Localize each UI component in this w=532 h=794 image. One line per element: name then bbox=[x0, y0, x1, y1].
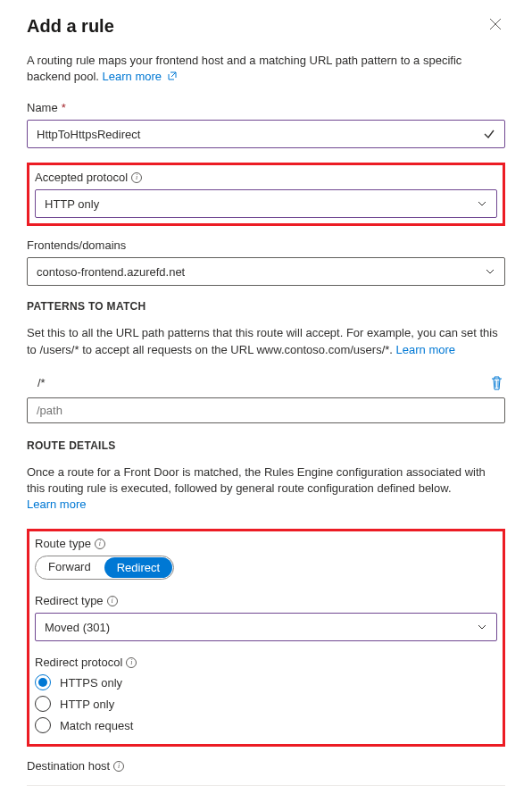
close-icon[interactable] bbox=[486, 16, 505, 35]
radio-icon bbox=[35, 696, 51, 712]
intro-learn-more-link[interactable]: Learn more bbox=[103, 70, 178, 83]
redirect-type-value: Moved (301) bbox=[45, 621, 110, 634]
route-details-section-title: Route details bbox=[27, 439, 505, 452]
route-type-label: Route type bbox=[35, 537, 91, 550]
required-indicator: * bbox=[62, 101, 66, 114]
destination-host-label: Destination host bbox=[27, 759, 110, 773]
chevron-down-icon bbox=[477, 622, 487, 632]
frontends-label: Frontends/domains bbox=[27, 238, 126, 252]
info-icon[interactable]: i bbox=[107, 596, 118, 606]
accepted-protocol-label: Accepted protocol bbox=[35, 171, 128, 184]
radio-label: HTTP only bbox=[60, 698, 114, 711]
patterns-learn-more-link[interactable]: Learn more bbox=[396, 343, 455, 356]
redirect-protocol-https-only[interactable]: HTTPS only bbox=[35, 674, 497, 690]
info-icon[interactable]: i bbox=[126, 657, 137, 668]
route-details-help-text: Once a route for a Front Door is matched… bbox=[27, 465, 486, 495]
patterns-section-title: Patterns to match bbox=[27, 300, 505, 313]
external-link-icon bbox=[165, 70, 178, 83]
info-icon[interactable]: i bbox=[95, 539, 105, 549]
frontends-value: contoso-frontend.azurefd.net bbox=[37, 265, 185, 279]
route-type-forward[interactable]: Forward bbox=[36, 556, 104, 579]
name-label: Name bbox=[27, 101, 58, 114]
checkmark-icon bbox=[483, 128, 495, 140]
pattern-input[interactable] bbox=[27, 397, 505, 423]
accepted-protocol-select[interactable]: HTTP only bbox=[35, 189, 497, 218]
frontends-select[interactable]: contoso-frontend.azurefd.net bbox=[27, 257, 505, 286]
radio-icon bbox=[35, 717, 51, 733]
pattern-item: /* bbox=[27, 376, 483, 389]
redirect-protocol-label: Redirect protocol bbox=[35, 656, 122, 669]
patterns-help: Set this to all the URL path patterns th… bbox=[27, 325, 505, 357]
redirect-type-label: Redirect type bbox=[35, 594, 104, 607]
accepted-protocol-value: HTTP only bbox=[45, 197, 99, 211]
route-type-toggle[interactable]: Forward Redirect bbox=[35, 556, 174, 580]
learn-more-label: Learn more bbox=[103, 70, 162, 83]
route-type-redirect[interactable]: Redirect bbox=[104, 557, 172, 578]
redirect-protocol-http-only[interactable]: HTTP only bbox=[35, 696, 497, 712]
page-title: Add a rule bbox=[27, 16, 114, 37]
info-icon[interactable]: i bbox=[131, 172, 142, 183]
intro-text: A routing rule maps your frontend host a… bbox=[27, 53, 505, 85]
radio-label: HTTPS only bbox=[60, 676, 122, 690]
radio-icon bbox=[35, 674, 51, 690]
intro-body: A routing rule maps your frontend host a… bbox=[27, 54, 461, 83]
divider bbox=[27, 785, 505, 786]
chevron-down-icon bbox=[485, 266, 495, 277]
redirect-type-select[interactable]: Moved (301) bbox=[35, 613, 497, 641]
info-icon[interactable]: i bbox=[113, 761, 124, 772]
route-details-help: Once a route for a Front Door is matched… bbox=[27, 464, 505, 514]
name-input[interactable]: HttpToHttpsRedirect bbox=[27, 120, 505, 148]
route-details-learn-more-link[interactable]: Learn more bbox=[27, 497, 86, 511]
trash-icon[interactable] bbox=[488, 374, 505, 392]
chevron-down-icon bbox=[477, 198, 487, 209]
redirect-protocol-match-request[interactable]: Match request bbox=[35, 717, 497, 733]
name-value: HttpToHttpsRedirect bbox=[37, 128, 140, 141]
radio-label: Match request bbox=[60, 719, 133, 732]
